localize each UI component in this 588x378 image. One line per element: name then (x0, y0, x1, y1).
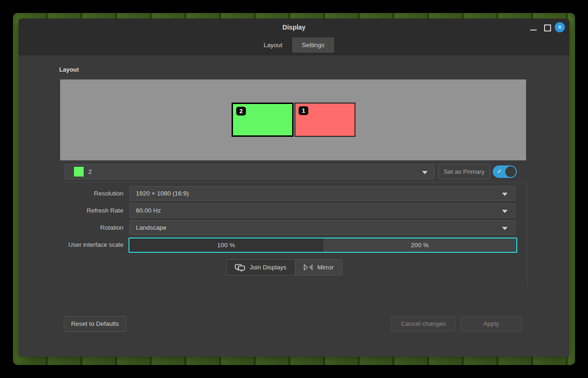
tab-settings[interactable]: Settings (292, 37, 334, 53)
tabstrip: Layout Settings (18, 37, 570, 53)
display-mode-switcher: Join Displays Mirror (226, 259, 343, 275)
monitor-preview-2[interactable]: 2 (232, 103, 294, 137)
monitor-select-value: 2 (88, 168, 92, 175)
frame-edge (527, 182, 527, 287)
rotation-value: Landscape (136, 224, 166, 231)
mirror-icon (304, 264, 313, 271)
window-title: Display (18, 24, 570, 31)
scale-option-200[interactable]: 200 % (323, 238, 516, 252)
join-displays-label: Join Displays (250, 264, 287, 271)
minimize-icon[interactable] (530, 30, 537, 30)
monitor-badge: 2 (236, 107, 246, 116)
resolution-label: Resolution (40, 190, 123, 197)
mirror-button[interactable]: Mirror (295, 260, 342, 275)
apply-button[interactable]: Apply (460, 316, 522, 332)
monitor-enabled-toggle[interactable]: ✓ (493, 165, 517, 178)
checkmark-icon: ✓ (497, 168, 502, 175)
close-icon[interactable]: ✕ (555, 22, 565, 32)
chevron-down-icon (502, 210, 508, 213)
scale-option-100[interactable]: 100 % (129, 238, 323, 252)
chevron-down-icon (502, 193, 508, 196)
cancel-changes-button[interactable]: Cancel changes (391, 316, 456, 332)
chevron-down-icon (422, 171, 428, 174)
monitor-arrangement-canvas[interactable]: 2 1 (60, 79, 526, 160)
join-displays-button[interactable]: Join Displays (227, 260, 295, 275)
maximize-icon[interactable] (544, 24, 551, 31)
monitor-select-dropdown[interactable]: 2 (65, 164, 435, 179)
layout-section-heading: Layout (59, 66, 79, 73)
refresh-rate-label: Refresh Rate (40, 207, 123, 214)
monitor-color-swatch (74, 167, 84, 177)
ui-scale-segmented-control: 100 % 200 % (129, 238, 517, 253)
refresh-rate-value: 60.00 Hz (136, 207, 161, 214)
mirror-label: Mirror (318, 264, 334, 271)
chevron-down-icon (502, 227, 508, 230)
divider (65, 182, 527, 183)
set-as-primary-button[interactable]: Set as Primary (438, 164, 490, 179)
rotation-label: Rotation (40, 224, 123, 231)
display-settings-window: Display ✕ Layout Settings Layout 2 1 2 (18, 18, 570, 357)
desktop: Display ✕ Layout Settings Layout 2 1 2 (0, 0, 588, 378)
rotation-dropdown[interactable]: Landscape (129, 220, 515, 235)
monitor-preview-1[interactable]: 1 (294, 103, 355, 137)
resolution-value: 1920 × 1080 (16:9) (136, 190, 189, 197)
toggle-knob (505, 166, 516, 177)
join-displays-icon (235, 264, 245, 271)
ui-scale-label: User interface scale (40, 241, 123, 248)
resolution-dropdown[interactable]: 1920 × 1080 (16:9) (129, 186, 515, 201)
reset-to-defaults-button[interactable]: Reset to Defaults (64, 316, 126, 332)
refresh-rate-dropdown[interactable]: 60.00 Hz (129, 203, 515, 218)
titlebar: Display ✕ Layout Settings (18, 18, 570, 55)
monitor-badge: 1 (299, 106, 308, 115)
tab-layout[interactable]: Layout (254, 37, 292, 53)
